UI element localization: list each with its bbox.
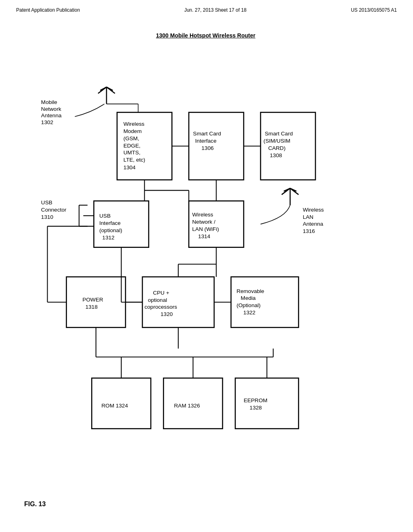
svg-text:1308: 1308: [270, 152, 282, 158]
svg-text:Antenna: Antenna: [41, 112, 62, 118]
svg-text:CARD): CARD): [268, 145, 286, 151]
svg-text:Wireless: Wireless: [123, 121, 144, 127]
page-header: Patent Application Publication Jun. 27, …: [0, 0, 413, 13]
svg-text:UMTS,: UMTS,: [123, 150, 140, 156]
svg-text:(Optional): (Optional): [236, 302, 261, 308]
block-diagram: Mobile Network Antenna 1302 Wireless Mod…: [24, 47, 387, 490]
svg-text:(GSM,: (GSM,: [123, 135, 139, 141]
svg-text:1314: 1314: [198, 233, 211, 239]
svg-text:EDGE,: EDGE,: [123, 143, 140, 149]
svg-text:Interface: Interface: [195, 138, 217, 144]
svg-text:Connector: Connector: [41, 207, 67, 213]
fig-label: FIG. 13: [24, 501, 46, 508]
header-left: Patent Application Publication: [16, 7, 80, 13]
svg-text:RAM 1326: RAM 1326: [174, 403, 200, 409]
svg-text:Network /: Network /: [192, 219, 216, 225]
svg-text:(SIM/USIM: (SIM/USIM: [263, 138, 290, 144]
svg-text:Smart Card: Smart Card: [265, 131, 293, 137]
mobile-antenna-label: Mobile: [41, 99, 57, 105]
svg-text:Interface: Interface: [99, 220, 121, 226]
svg-text:Smart Card: Smart Card: [193, 131, 221, 137]
svg-text:Wireless: Wireless: [192, 212, 213, 218]
header-center: Jun. 27, 2013 Sheet 17 of 18: [184, 7, 246, 13]
svg-text:USB: USB: [41, 200, 52, 206]
svg-text:1316: 1316: [303, 228, 315, 234]
svg-text:CPU +: CPU +: [153, 290, 169, 296]
svg-text:EEPROM: EEPROM: [244, 397, 267, 403]
svg-text:Wireless: Wireless: [303, 207, 324, 213]
svg-text:optional: optional: [148, 297, 167, 303]
smart-card-interface-box: [189, 112, 244, 180]
svg-text:1302: 1302: [41, 119, 53, 125]
svg-text:ROM 1324: ROM 1324: [102, 403, 128, 409]
svg-text:1306: 1306: [202, 145, 214, 151]
svg-text:Removable: Removable: [236, 288, 264, 294]
svg-text:Antenna: Antenna: [303, 221, 323, 227]
svg-text:Modem: Modem: [123, 128, 142, 134]
svg-text:coprocessors: coprocessors: [144, 304, 177, 310]
diagram-title: 1300 Mobile Hotspot Wireless Router: [24, 32, 387, 39]
svg-text:(optional): (optional): [99, 227, 122, 233]
svg-text:1328: 1328: [250, 405, 262, 411]
eeprom-box: [235, 378, 298, 429]
svg-text:LAN (WiFi): LAN (WiFi): [192, 226, 219, 232]
header-right: US 2013/0165075 A1: [351, 7, 397, 13]
svg-text:1312: 1312: [102, 235, 115, 241]
svg-text:Media: Media: [241, 295, 256, 301]
svg-text:LAN: LAN: [303, 214, 313, 220]
svg-text:1318: 1318: [86, 304, 98, 310]
svg-text:1322: 1322: [243, 310, 255, 316]
svg-text:Network: Network: [41, 106, 61, 112]
svg-text:1320: 1320: [161, 311, 173, 317]
svg-text:POWER: POWER: [82, 297, 103, 303]
svg-text:1310: 1310: [41, 214, 54, 220]
diagram-container: 1300 Mobile Hotspot Wireless Router Mobi…: [24, 32, 387, 476]
svg-text:LTE, etc): LTE, etc): [123, 157, 145, 163]
svg-text:1304: 1304: [123, 164, 136, 170]
svg-text:USB: USB: [99, 213, 111, 219]
